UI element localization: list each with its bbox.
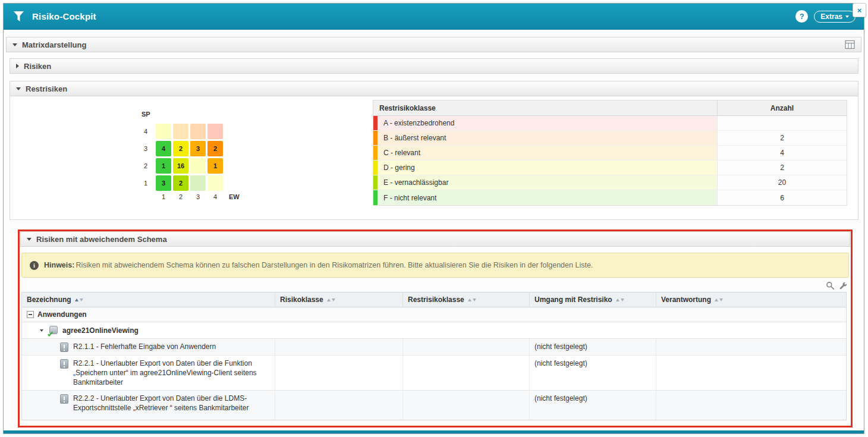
sort-desc-icon[interactable] [332,298,335,301]
section-abweichend: Risiken mit abweichendem Schema i Hinwei… [20,231,850,420]
matrix-cell[interactable] [173,124,188,139]
cell-bezeichnung: R2.2.2 - Unerlaubter Export von Daten üb… [22,391,275,420]
matrix-cell[interactable]: 2 [173,175,188,191]
sort-desc-icon[interactable] [621,298,624,301]
close-button[interactable]: × [853,3,866,17]
cell-verantwortung [656,391,846,420]
risk-table: Bezeichnung Risikoklasse Restrisikoklass… [21,292,847,420]
collapse-arrow-icon [12,43,17,46]
column-header-restrisikoklasse[interactable]: Restrisikoklasse [403,293,530,307]
subgroup-label: agree21OnlineViewing [62,326,139,335]
section-matrixdarstellung-title: Matrixdarstellung [22,40,86,49]
group-label: Anwendungen [37,310,87,319]
matrix-cell[interactable] [207,124,223,139]
wrench-icon[interactable] [839,281,848,290]
cell-anzahl: 2 [717,131,847,145]
cell-anzahl: 6 [717,190,847,205]
restrisiko-row[interactable]: F - nicht relevant 6 [373,190,847,205]
matrix-cell[interactable] [190,175,206,191]
sort-asc-icon[interactable] [468,298,471,301]
risk-row[interactable]: R2.2.2 - Unerlaubter Export von Daten üb… [22,391,846,420]
matrix-cell[interactable]: 2 [173,141,188,156]
sort-asc-icon[interactable] [616,298,619,301]
sort-desc-icon[interactable] [719,298,723,301]
restrisiko-row[interactable]: E - vernachlässigbar 20 [373,175,847,190]
column-header-verantwortung[interactable]: Verantwortung [656,293,846,307]
cell-risikoklasse [275,391,403,420]
column-label: Risikoklasse [280,295,323,304]
cell-verantwortung [656,356,846,390]
matrix-x-tick: 4 [207,193,223,200]
sort-icons [715,298,723,301]
matrix-cell[interactable]: 2 [207,141,223,156]
restrisiko-row[interactable]: C - relevant 4 [373,146,847,161]
cell-klasse: C - relevant [373,146,717,160]
extras-button[interactable]: Extras [814,11,856,23]
matrix-y-tick: 1 [133,180,147,187]
matrix-cell[interactable]: 4 [156,141,171,156]
matrix-cell[interactable]: 3 [156,175,171,191]
sort-icons [327,298,335,301]
cell-risikoklasse [275,356,403,390]
class-label: A - existenzbedrohend [378,116,454,130]
collapse-arrow-icon[interactable] [40,329,43,332]
restrisikoklasse-table-header: Restrisikoklasse Anzahl [373,100,847,116]
sort-asc-icon[interactable] [75,298,78,301]
sort-asc-icon[interactable] [715,298,718,301]
app-logo-icon [12,10,26,24]
section-abweichend-title: Risiken mit abweichendem Schema [36,235,167,244]
column-label: Umgang mit Restrisiko [534,295,612,304]
sort-asc-icon[interactable] [327,298,331,301]
subgroup-row-agree21onlineviewing[interactable]: agree21OnlineViewing [22,322,846,339]
cell-restrisikoklasse [403,391,530,420]
restrisikoklasse-table: Restrisikoklasse Anzahl A - existenzbedr… [373,100,847,206]
search-icon[interactable] [826,281,835,290]
cell-umgang: (nicht festgelegt) [530,356,656,390]
cell-verantwortung [656,339,846,355]
window-bottom-bar [4,430,864,433]
group-row-anwendungen[interactable]: Anwendungen [22,307,846,322]
matrix-cell[interactable] [190,124,206,139]
application-icon [48,326,58,335]
sort-desc-icon[interactable] [473,298,476,301]
help-button[interactable]: ? [795,10,808,23]
cell-anzahl: 4 [717,146,847,160]
cell-klasse: A - existenzbedrohend [373,116,717,130]
matrix-cell[interactable]: 1 [207,158,223,174]
restrisiko-row[interactable]: A - existenzbedrohend [373,116,847,131]
matrix-cell[interactable]: 16 [173,158,188,174]
matrix-cell[interactable] [156,124,171,139]
section-abweichend-header[interactable]: Risiken mit abweichendem Schema [20,231,850,247]
section-risiken-title: Risiken [24,62,51,71]
risk-row[interactable]: R2.1.1 - Fehlerhafte Eingabe von Anwende… [22,339,846,356]
section-risiken-header[interactable]: Risiken [10,58,858,74]
restrisiko-row[interactable]: B - äußerst relevant 2 [373,131,847,146]
matrix-cell[interactable] [207,175,223,191]
column-header-risikoklasse[interactable]: Risikoklasse [275,293,403,307]
matrix-row: 1 3 2 [133,175,240,191]
matrix-cell[interactable]: 3 [190,141,206,156]
check-icon [48,331,53,336]
sort-desc-icon[interactable] [80,298,83,301]
expand-arrow-icon [16,64,19,68]
column-label: Restrisikoklasse [408,295,464,304]
class-label: E - vernachlässigbar [378,175,448,190]
column-label: Verantwortung [661,295,711,304]
column-header-bezeichnung[interactable]: Bezeichnung [22,293,275,307]
column-header-umgang[interactable]: Umgang mit Restrisiko [530,293,656,307]
matrix-row: 2 1 16 1 [133,158,240,174]
section-matrixdarstellung-header[interactable]: Matrixdarstellung [6,37,861,52]
hint-body: Risiken mit abweichendem Schema können z… [76,261,593,269]
risk-row[interactable]: R2.2.1 - Unerlaubter Export von Daten üb… [22,356,846,391]
section-restrisiken-header[interactable]: Restrisiken [10,81,858,96]
collapse-minus-icon[interactable] [27,311,34,318]
class-color-swatch [373,190,378,205]
restrisiko-row[interactable]: D - gering 2 [373,161,847,175]
matrix-cell[interactable]: 1 [156,158,171,174]
cell-umgang: (nicht festgelegt) [530,391,656,420]
class-color-swatch [373,161,378,175]
matrix-x-axis-label: EW [229,193,240,200]
app-title: Risiko-Cockpit [32,11,96,21]
grid-view-icon[interactable] [845,40,855,49]
matrix-cell[interactable] [190,158,206,174]
